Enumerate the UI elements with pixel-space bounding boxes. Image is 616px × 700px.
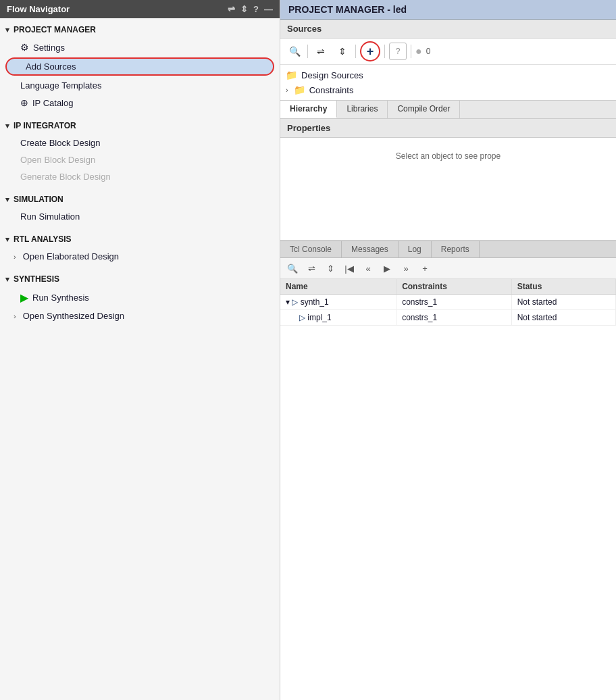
nav-item-open-synthesized-design[interactable]: › Open Synthesized Design [0,307,280,324]
nav-body: ▾ PROJECT MANAGER ⚙ Settings Add Sources… [0,18,280,700]
tree-item-design-sources[interactable]: 📁 Design Sources [280,68,616,82]
properties-header: Properties [280,119,616,138]
properties-body: Select an object to see prope [280,138,616,174]
table-row[interactable]: ▷ impl_1 constrs_1 Not started [280,310,616,326]
nav-item-ip-catalog[interactable]: ⊕ IP Catalog [0,94,280,111]
nav-item-label-add-sources: Add Sources [26,61,76,72]
section-label-simulation: SIMULATION [14,195,63,204]
ip-catalog-icon: ⊕ [20,97,28,108]
nav-item-label-language-templates: Language Templates [20,80,101,91]
nav-item-settings[interactable]: ⚙ Settings [0,39,280,56]
console-play-button[interactable]: ▶ [379,260,395,276]
section-rtl-analysis[interactable]: ▾ RTL ANALYSIS [0,230,280,248]
console-prev-button[interactable]: « [360,260,376,276]
sources-tree: 📁 Design Sources › 📁 Constraints [280,65,616,100]
console-search-button[interactable]: 🔍 [284,260,301,276]
nav-item-label-ip-catalog: IP Catalog [32,98,73,108]
console-tabs-bar: Tcl Console Messages Log Reports [280,241,616,258]
section-ip-integrator[interactable]: ▾ IP INTEGRATOR [0,117,280,134]
chevron-rtl-analysis: ▾ [5,235,9,244]
nav-icon-sort[interactable]: ⇕ [240,4,248,14]
search-button[interactable]: 🔍 [286,43,303,60]
console-first-button[interactable]: |◀ [341,260,357,276]
nav-item-label-open-elaborated-design: Open Elaborated Design [23,251,119,261]
console-next-button[interactable]: » [398,260,414,276]
nav-item-create-block-design[interactable]: Create Block Design [0,134,280,151]
console-filter1-button[interactable]: ⇌ [303,260,319,276]
tab-hierarchy[interactable]: Hierarchy [280,101,337,118]
section-synthesis[interactable]: ▾ SYNTHESIS [0,270,280,288]
sources-title: Sources [287,24,322,34]
row-status-impl: Not started [511,310,615,326]
section-label-synthesis: SYNTHESIS [14,274,59,284]
nav-item-run-simulation[interactable]: Run Simulation [0,208,280,225]
tree-label-design-sources: Design Sources [301,70,363,80]
folder-icon-design-sources: 📁 [286,70,297,80]
settings-icon: ⚙ [20,42,29,53]
console-tab-messages[interactable]: Messages [342,241,399,257]
console-panel: Tcl Console Messages Log Reports 🔍 ⇌ ⇕ |… [280,241,616,700]
nav-item-label-run-simulation: Run Simulation [20,211,80,222]
section-label-rtl-analysis: RTL ANALYSIS [14,234,72,244]
sub-chevron-elaborated: › [14,253,16,261]
row-label-impl: impl_1 [307,313,331,322]
toolbar-sep-1 [307,45,308,58]
row-constraints-impl: constrs_1 [396,310,512,326]
nav-title: Flow Navigator [7,4,70,14]
play-icon-synth: ▷ [292,297,298,307]
pm-header: PROJECT MANAGER - led [280,0,616,20]
filter2-button[interactable]: ⇕ [334,43,351,60]
console-filter2-button[interactable]: ⇕ [322,260,338,276]
tab-compile-order[interactable]: Compile Order [388,101,460,118]
info-button[interactable]: ? [389,43,407,60]
nav-item-open-block-design: Open Block Design [0,151,280,168]
chevron-ip-integrator: ▾ [5,122,9,130]
sources-toolbar: 🔍 ⇌ ⇕ + ? ● 0 [280,39,616,65]
console-tab-tcl[interactable]: Tcl Console [280,241,342,257]
tab-libraries[interactable]: Libraries [337,101,388,118]
section-simulation[interactable]: ▾ SIMULATION [0,191,280,208]
nav-item-label-open-block-design: Open Block Design [20,155,95,165]
row-label-synth: synth_1 [301,297,329,307]
nav-item-open-elaborated-design[interactable]: › Open Elaborated Design [0,248,280,265]
add-sources-button[interactable]: + [360,41,380,61]
table-row[interactable]: ▾ ▷ synth_1 constrs_1 Not started [280,295,616,310]
section-label-project-manager: PROJECT MANAGER [14,25,96,34]
nav-icon-switch[interactable]: ⇌ [228,4,235,14]
row-status-synth: Not started [511,295,615,310]
expand-icon-synth: ▾ [286,297,290,307]
section-label-ip-integrator: IP INTEGRATOR [14,121,76,130]
col-header-status: Status [511,279,615,295]
nav-item-add-sources[interactable]: Add Sources [5,57,274,76]
play-icon-run-synthesis: ▶ [20,291,28,304]
console-add-button[interactable]: + [417,260,433,276]
nav-item-language-templates[interactable]: Language Templates [0,77,280,94]
nav-item-run-synthesis[interactable]: ▶ Run Synthesis [0,288,280,307]
filter1-button[interactable]: ⇌ [312,43,330,60]
sources-header: Sources [280,20,616,39]
console-tab-reports[interactable]: Reports [432,241,480,257]
tree-label-constraints: Constraints [309,85,354,95]
row-name-synth: ▾ ▷ synth_1 [280,295,396,310]
nav-item-label-generate-block-design: Generate Block Design [20,172,111,182]
chevron-project-manager: ▾ [5,26,9,34]
nav-header: Flow Navigator ⇌ ⇕ ? — [0,0,280,18]
nav-item-label-run-synthesis: Run Synthesis [32,293,89,303]
toolbar-sep-2 [355,45,356,58]
toolbar-sep-4 [411,45,411,58]
console-table: Name Constraints Status ▾ ▷ synth_1 cons… [280,279,616,700]
row-constraints-synth: constrs_1 [396,295,512,310]
console-tab-log[interactable]: Log [399,241,432,257]
nav-icon-help[interactable]: ? [253,4,259,14]
status-circle: ● [415,45,422,57]
flow-navigator: Flow Navigator ⇌ ⇕ ? — ▾ PROJECT MANAGER… [0,0,280,700]
nav-item-label-settings: Settings [33,43,65,53]
properties-empty-msg: Select an object to see prope [396,151,500,161]
tree-item-constraints[interactable]: › 📁 Constraints [280,82,616,97]
section-project-manager[interactable]: ▾ PROJECT MANAGER [0,21,280,39]
nav-icon-minimize[interactable]: — [264,4,273,14]
chevron-constraints: › [286,86,288,94]
project-manager-panel: PROJECT MANAGER - led Sources 🔍 ⇌ ⇕ + ? … [280,0,616,700]
properties-panel: Properties Select an object to see prope [280,119,616,241]
pm-title: PROJECT MANAGER - led [288,4,407,15]
